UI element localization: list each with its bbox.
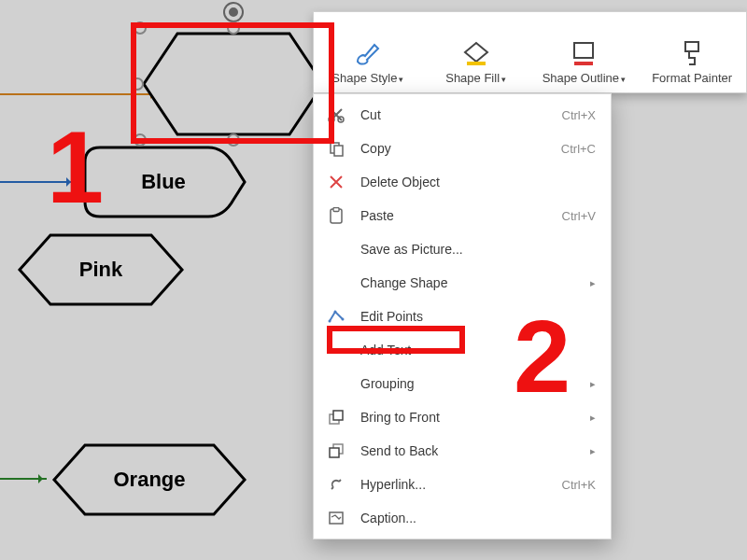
- svg-rect-9: [333, 208, 339, 212]
- svg-rect-0: [467, 62, 486, 65]
- shape-outline-button[interactable]: Shape Outline▾: [530, 12, 639, 92]
- arrow-orange: [0, 93, 159, 95]
- menu-save-as-picture-label: Save as Picture...: [360, 242, 463, 257]
- menu-add-text-label: Add Text: [360, 343, 411, 357]
- svg-rect-2: [574, 62, 593, 65]
- caption-icon: [327, 509, 345, 527]
- submenu-arrow-icon: ▸: [590, 378, 596, 390]
- menu-send-to-back-label: Send to Back: [360, 443, 438, 458]
- menu-delete-object[interactable]: Delete Object: [314, 165, 611, 199]
- cut-icon: [327, 105, 345, 124]
- menu-copy-shortcut: Ctrl+C: [561, 142, 596, 156]
- menu-send-to-back[interactable]: Send to Back ▸: [314, 434, 611, 468]
- menu-copy-label: Copy: [360, 141, 391, 156]
- shape-style-label: Shape Style: [331, 71, 397, 85]
- arrow-green: [0, 478, 47, 480]
- svg-rect-16: [330, 448, 339, 457]
- svg-rect-3: [685, 42, 698, 51]
- bring-to-front-icon: [327, 408, 345, 427]
- menu-caption[interactable]: Caption...: [314, 501, 611, 535]
- menu-caption-label: Caption...: [360, 511, 416, 525]
- paste-icon: [327, 206, 345, 225]
- delete-icon: [327, 173, 345, 191]
- rotate-handle[interactable]: [225, 4, 242, 21]
- handle-w[interactable]: [131, 77, 144, 91]
- shape-pink[interactable]: Pink: [17, 233, 185, 306]
- svg-rect-7: [334, 146, 343, 156]
- shape-outline-label: Shape Outline: [543, 71, 619, 85]
- copy-icon: [327, 139, 345, 158]
- menu-cut-shortcut: Ctrl+X: [562, 108, 596, 122]
- shape-orange-label: Orange: [113, 468, 185, 492]
- menu-copy[interactable]: Copy Ctrl+C: [314, 132, 611, 165]
- menu-grouping-label: Grouping: [360, 376, 415, 391]
- shape-fill-label: Shape Fill: [445, 71, 500, 85]
- handle-nw[interactable]: [134, 21, 147, 35]
- shape-blue-label: Blue: [141, 170, 186, 194]
- selected-shape[interactable]: [140, 28, 327, 140]
- format-painter-label: Format Painter: [652, 71, 732, 85]
- svg-point-12: [342, 318, 345, 321]
- menu-edit-points-label: Edit Points: [360, 309, 423, 324]
- submenu-arrow-icon: ▸: [590, 412, 596, 424]
- menu-save-as-picture[interactable]: Save as Picture...: [314, 232, 611, 266]
- menu-change-shape[interactable]: Change Shape ▸: [314, 266, 611, 300]
- handle-s[interactable]: [227, 133, 240, 147]
- annotation-number-1: 1: [47, 107, 104, 226]
- svg-rect-14: [333, 411, 343, 420]
- handle-sw[interactable]: [134, 133, 147, 147]
- format-painter-icon: [678, 39, 706, 65]
- menu-paste-label: Paste: [360, 208, 394, 223]
- menu-delete-label: Delete Object: [360, 175, 440, 189]
- svg-rect-1: [574, 43, 593, 58]
- annotation-number-2: 2: [514, 297, 571, 415]
- shape-pink-label: Pink: [79, 258, 122, 282]
- menu-bring-to-front-label: Bring to Front: [360, 410, 440, 425]
- brush-icon: [354, 39, 382, 65]
- menu-hyperlink-label: Hyperlink...: [360, 477, 426, 492]
- submenu-arrow-icon: ▸: [590, 277, 596, 289]
- shape-style-button[interactable]: Shape Style▾: [314, 12, 422, 92]
- shape-blue[interactable]: Blue: [79, 146, 247, 218]
- outline-icon: [570, 39, 598, 65]
- menu-hyperlink-shortcut: Ctrl+K: [562, 478, 596, 492]
- send-to-back-icon: [327, 441, 345, 460]
- menu-cut-label: Cut: [360, 107, 381, 122]
- menu-change-shape-label: Change Shape: [360, 275, 447, 290]
- edit-points-icon: [327, 307, 345, 326]
- shape-toolbar: Shape Style▾ Shape Fill▾ Shape Outline▾ …: [313, 11, 747, 93]
- svg-point-11: [334, 311, 337, 314]
- menu-cut[interactable]: Cut Ctrl+X: [314, 98, 611, 132]
- fill-icon: [462, 39, 490, 65]
- menu-hyperlink[interactable]: Hyperlink... Ctrl+K: [314, 468, 611, 501]
- hyperlink-icon: [327, 475, 345, 494]
- menu-paste-shortcut: Ctrl+V: [562, 209, 596, 223]
- shape-orange[interactable]: Orange: [51, 443, 247, 516]
- svg-point-10: [329, 320, 331, 323]
- submenu-arrow-icon: ▸: [590, 445, 596, 457]
- shape-fill-button[interactable]: Shape Fill▾: [422, 12, 530, 92]
- handle-n[interactable]: [227, 21, 240, 35]
- menu-paste[interactable]: Paste Ctrl+V: [314, 199, 611, 232]
- format-painter-button[interactable]: Format Painter: [638, 12, 746, 92]
